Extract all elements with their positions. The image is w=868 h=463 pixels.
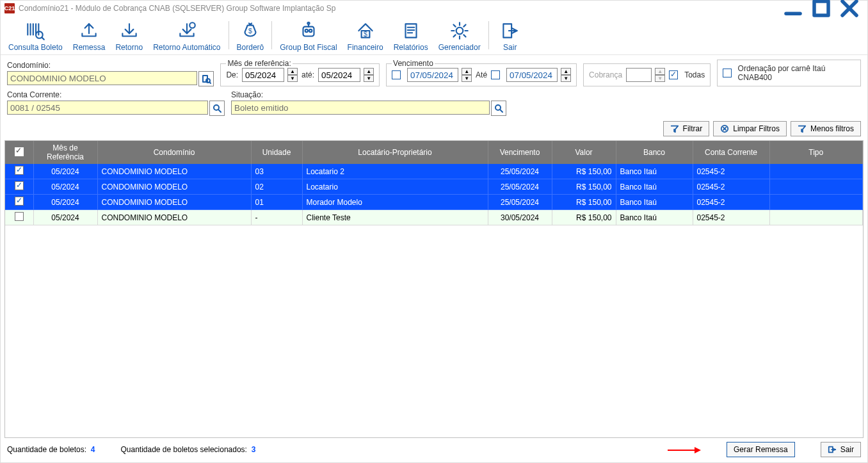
toolbar-retorno-automatico[interactable]: Retorno Automático <box>148 19 225 54</box>
toolbar-sair[interactable]: Sair <box>492 19 529 54</box>
header-mes-ref[interactable]: Mês de Referência <box>33 141 97 164</box>
spin-down-icon[interactable]: ▼ <box>462 75 472 82</box>
cell-banco: Banco Itaú <box>616 164 693 179</box>
cobranca-label: Cobrança <box>589 70 622 79</box>
cell-mes: 05/2024 <box>33 179 97 195</box>
mes-de-input[interactable] <box>242 68 284 82</box>
header-vencimento[interactable]: Vencimento <box>488 141 552 164</box>
cell-condominio: CONDOMINIO MODELO <box>97 164 251 179</box>
situacao-label: Situação: <box>231 90 506 99</box>
button-label: Sair <box>840 445 854 454</box>
toolbar-label: Financeiro <box>348 43 383 52</box>
app-icon: C21 <box>4 3 15 13</box>
sair-button[interactable]: Sair <box>821 442 861 457</box>
spin-up-icon[interactable]: ▲ <box>287 68 298 75</box>
gerar-remessa-button[interactable]: Gerar Remessa <box>727 442 795 457</box>
toolbar-retorno[interactable]: Retorno <box>110 19 148 54</box>
condominio-lookup-button[interactable] <box>198 71 214 86</box>
conta-lookup-button[interactable] <box>209 101 225 116</box>
cell-tipo <box>769 210 863 225</box>
table-row[interactable]: 05/2024CONDOMINIO MODELO01Morador Modelo… <box>5 195 863 210</box>
venc-de-input[interactable] <box>407 68 458 82</box>
spin-down-icon[interactable]: ▼ <box>561 75 571 82</box>
spin-down-icon: ▼ <box>655 75 665 82</box>
maximize-button[interactable] <box>807 1 835 16</box>
header-select-all[interactable] <box>5 141 33 164</box>
header-valor[interactable]: Valor <box>552 141 616 164</box>
situacao-input[interactable] <box>231 101 490 115</box>
robot-icon <box>298 20 319 42</box>
toolbar-separator <box>271 21 272 49</box>
header-unidade[interactable]: Unidade <box>251 141 302 164</box>
mes-ate-input[interactable] <box>318 68 360 82</box>
ordenacao-checkbox[interactable] <box>723 69 731 77</box>
filtrar-button[interactable]: Filtrar <box>663 121 710 136</box>
cell-mes: 05/2024 <box>33 164 97 179</box>
spin-up-icon[interactable]: ▲ <box>462 68 472 75</box>
header-banco[interactable]: Banco <box>616 141 693 164</box>
table-row[interactable]: 05/2024CONDOMINIO MODELO03Locatario 225/… <box>5 164 863 179</box>
header-locatario[interactable]: Locatário-Proprietário <box>302 141 488 164</box>
toolbar-group-bot-fiscal[interactable]: Group Bot Fiscal <box>275 19 342 54</box>
row-checkbox[interactable] <box>15 181 24 190</box>
toolbar-relatorios[interactable]: Relatórios <box>389 19 433 54</box>
header-tipo[interactable]: Tipo <box>769 141 863 164</box>
venc-de-spinner[interactable]: ▲▼ <box>462 68 472 82</box>
menos-filtros-button[interactable]: Menos filtros <box>791 121 861 136</box>
toolbar-consulta-boleto[interactable]: Consulta Boleto <box>3 19 68 54</box>
cell-tipo <box>769 164 863 179</box>
cell-vencimento: 25/05/2024 <box>488 164 552 179</box>
qt-selecionados-stat: Quantidade de boletos selecionados: 3 <box>120 445 255 454</box>
situacao-lookup-button[interactable] <box>491 101 506 116</box>
cell-condominio: CONDOMINIO MODELO <box>97 179 251 195</box>
mes-de-spinner[interactable]: ▲▼ <box>287 68 298 82</box>
toolbar-bordero[interactable]: $ Borderô <box>232 19 269 54</box>
cell-unidade: 02 <box>251 179 302 195</box>
header-conta[interactable]: Conta Corrente <box>693 141 769 164</box>
row-checkbox[interactable] <box>15 197 24 206</box>
venc-de-checkbox[interactable] <box>392 70 401 79</box>
cell-unidade: - <box>251 210 302 225</box>
limpar-filtros-button[interactable]: Limpar Filtros <box>713 121 787 136</box>
cell-mes: 05/2024 <box>33 195 97 210</box>
ordenacao-group: Ordenação por carnê Itaú CNAB400 <box>717 60 861 86</box>
spin-up-icon[interactable]: ▲ <box>364 68 374 75</box>
cell-valor: R$ 150,00 <box>552 210 616 225</box>
cell-locatario: Morador Modelo <box>302 195 488 210</box>
spin-up-icon[interactable]: ▲ <box>561 68 571 75</box>
cell-valor: R$ 150,00 <box>552 164 616 179</box>
toolbar-gerenciador[interactable]: Gerenciador <box>433 19 486 54</box>
minimize-button[interactable] <box>779 1 807 16</box>
venc-legend: Vencimento <box>392 59 435 68</box>
titlebar: C21 Condomínio21 - Módulo de Cobrança CN… <box>1 1 867 16</box>
toolbar-label: Borderô <box>237 43 264 52</box>
status-footer: Quantidade de boletos: 4 Quantidade de b… <box>1 438 867 462</box>
button-label: Gerar Remessa <box>734 445 788 454</box>
cell-vencimento: 30/05/2024 <box>488 210 552 225</box>
button-label: Filtrar <box>683 124 703 133</box>
condominio-input[interactable] <box>7 71 197 85</box>
row-checkbox[interactable] <box>15 166 24 175</box>
qt-boletos-value: 4 <box>91 445 95 454</box>
spin-down-icon[interactable]: ▼ <box>364 75 374 82</box>
close-button[interactable] <box>835 1 864 16</box>
toolbar-financeiro[interactable]: $ Financeiro <box>342 19 389 54</box>
spin-down-icon[interactable]: ▼ <box>287 75 298 82</box>
todas-checkbox[interactable] <box>669 70 678 79</box>
venc-ate-input[interactable] <box>506 68 558 82</box>
table-row[interactable]: 05/2024CONDOMINIO MODELO02Locatario25/05… <box>5 179 863 195</box>
qt-boletos-label: Quantidade de boletos: <box>7 445 86 454</box>
row-checkbox[interactable] <box>15 212 24 221</box>
conta-input[interactable] <box>7 101 208 115</box>
barcode-search-icon <box>24 20 46 42</box>
condominio-label: Condomínio: <box>7 61 214 70</box>
mes-ate-spinner[interactable]: ▲▼ <box>364 68 374 82</box>
table-row[interactable]: 05/2024CONDOMINIO MODELO-Cliente Teste30… <box>5 210 863 225</box>
toolbar-remessa[interactable]: Remessa <box>68 19 111 54</box>
toolbar-label: Consulta Boleto <box>8 43 63 52</box>
venc-ate-spinner[interactable]: ▲▼ <box>561 68 571 82</box>
select-all-checkbox[interactable] <box>15 147 24 156</box>
venc-ate-checkbox[interactable] <box>491 70 500 79</box>
header-condominio[interactable]: Condomínio <box>97 141 251 164</box>
cell-vencimento: 25/05/2024 <box>488 179 552 195</box>
